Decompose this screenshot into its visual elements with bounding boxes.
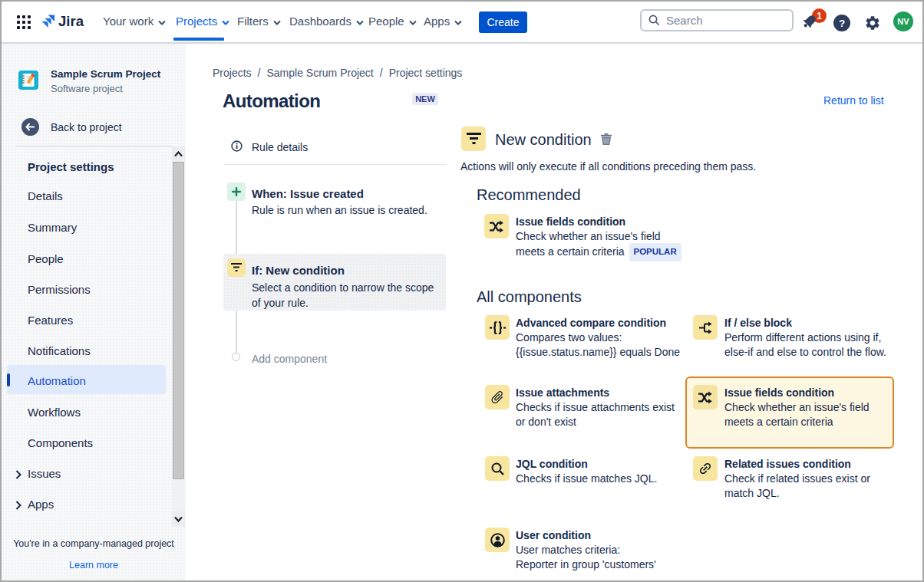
svg-text:?: ? [839,18,845,29]
